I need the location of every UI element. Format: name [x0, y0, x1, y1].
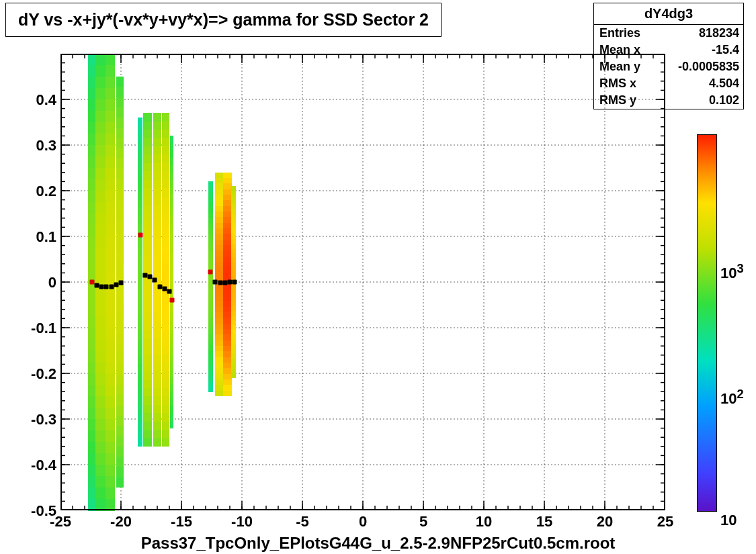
profile-point: [119, 281, 124, 285]
colorbar-tick-label: 10: [720, 512, 737, 529]
profile-point: [222, 281, 227, 285]
stats-row: Entries818234: [594, 25, 743, 42]
profile-point: [208, 270, 213, 275]
x-tick-label: 10: [476, 513, 492, 530]
profile-point: [114, 283, 118, 287]
colorbar: 110102103: [697, 134, 717, 512]
colorbar-tick-label: 102: [720, 387, 744, 408]
plot-area: [60, 54, 665, 510]
profile-point: [148, 274, 153, 279]
profile-point: [233, 280, 237, 285]
y-tick-label: -0.1: [16, 320, 56, 337]
x-tick-label: -15: [171, 513, 192, 530]
y-tick-label: 0.1: [16, 228, 56, 246]
x-tick-label: -5: [296, 513, 309, 530]
profile-layer: [60, 54, 665, 510]
stats-name: dY4dg3: [594, 3, 743, 25]
root-canvas: dY vs -x+jy*(-vx*y+vy*x)=> gamma for SSD…: [0, 0, 756, 554]
x-tick-label: 25: [657, 513, 673, 530]
x-tick-label: -10: [231, 513, 253, 530]
profile-point: [167, 289, 172, 293]
source-caption: Pass37_TpcOnly_EPlotsG44G_u_2.5-2.9NFP25…: [0, 534, 756, 553]
profile-point: [213, 280, 218, 285]
profile-point: [109, 284, 114, 289]
x-tick-label: 20: [597, 513, 613, 530]
y-tick-label: -0.4: [16, 457, 56, 474]
x-tick-label: -25: [50, 513, 71, 530]
profile-point: [218, 281, 222, 285]
y-tick-label: -0.2: [16, 365, 56, 383]
profile-point: [157, 284, 162, 289]
plot-title: dY vs -x+jy*(-vx*y+vy*x)=> gamma for SSD…: [5, 3, 442, 37]
profile-point: [143, 273, 148, 277]
profile-point: [89, 280, 94, 285]
colorbar-tick-label: 103: [720, 261, 744, 282]
x-tick-label: 5: [419, 513, 427, 530]
y-tick-label: -0.3: [16, 411, 56, 428]
profile-point: [138, 232, 142, 237]
y-tick-label: 0.3: [16, 137, 56, 154]
y-tick-label: 0: [16, 274, 56, 291]
y-tick-label: 0.4: [16, 91, 56, 109]
profile-point: [99, 284, 104, 289]
profile-point: [162, 287, 167, 291]
x-tick-label: 0: [359, 513, 367, 530]
profile-point: [104, 284, 109, 289]
profile-point: [95, 283, 99, 288]
profile-point: [228, 280, 233, 285]
profile-point: [153, 278, 157, 283]
x-tick-label: 15: [536, 513, 552, 530]
x-tick-label: -20: [110, 513, 132, 530]
y-tick-label: 0.2: [16, 183, 56, 200]
profile-point: [169, 298, 174, 303]
